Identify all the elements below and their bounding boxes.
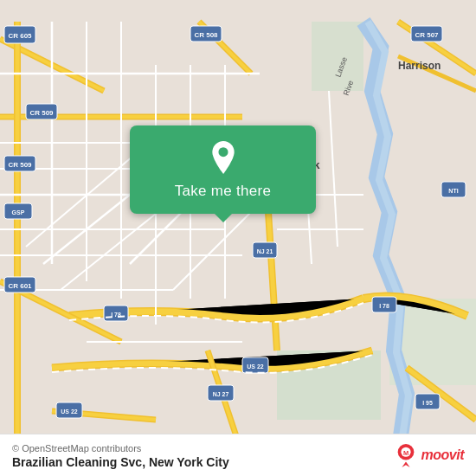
- take-me-there-button[interactable]: Take me there: [130, 125, 316, 214]
- svg-text:US 22: US 22: [247, 363, 264, 370]
- svg-text:CR 507: CR 507: [415, 31, 439, 39]
- svg-text:NJ 27: NJ 27: [213, 391, 229, 397]
- map-container: CR 605 GSP CR 509 CR 509 CR 508 CR 507 N…: [0, 0, 476, 476]
- svg-text:GSP: GSP: [12, 209, 25, 215]
- svg-text:CR 508: CR 508: [194, 31, 218, 39]
- moovit-text: moovit: [421, 447, 464, 463]
- svg-point-83: [218, 147, 228, 157]
- svg-text:CR 509: CR 509: [8, 161, 32, 169]
- svg-text:CR 605: CR 605: [8, 32, 32, 40]
- svg-rect-2: [312, 22, 363, 91]
- svg-text:US 22: US 22: [61, 408, 78, 415]
- svg-text:M: M: [402, 449, 408, 457]
- svg-text:NJ 21: NJ 21: [257, 248, 273, 254]
- bottom-bar: © OpenStreetMap contributors Brazilian C…: [0, 434, 476, 476]
- map-svg: CR 605 GSP CR 509 CR 509 CR 508 CR 507 N…: [0, 0, 476, 476]
- svg-text:CR 509: CR 509: [29, 109, 54, 117]
- svg-text:Harrison: Harrison: [398, 60, 441, 72]
- tooltip-label: Take me there: [175, 183, 272, 200]
- svg-text:NTI: NTI: [448, 188, 458, 194]
- svg-text:CR 601: CR 601: [8, 282, 32, 290]
- moovit-icon: M: [394, 443, 418, 467]
- moovit-logo: M moovit: [394, 443, 464, 467]
- svg-text:I 78: I 78: [379, 303, 389, 309]
- svg-text:I 95: I 95: [422, 400, 433, 406]
- location-pin-icon: [207, 141, 240, 174]
